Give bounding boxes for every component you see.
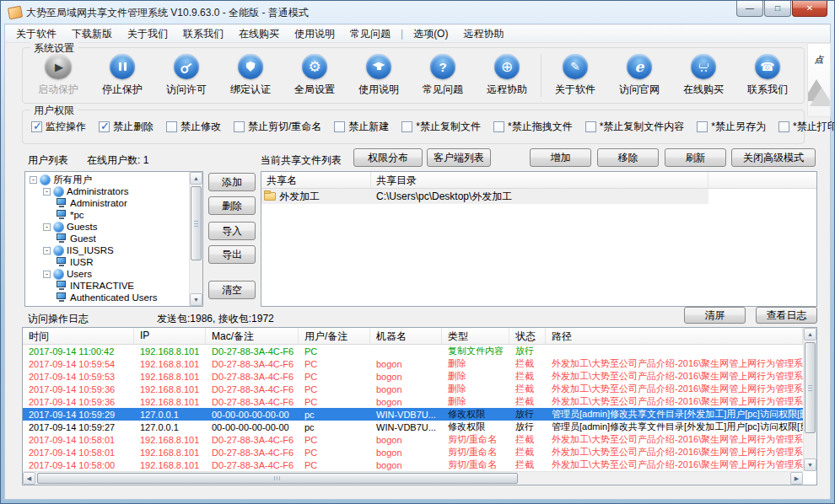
log-row[interactable]: 2017-09-14 10:59:29127.0.0.100-00-00-00-… xyxy=(23,408,803,421)
toolbar-item[interactable]: ⚙全局设置 xyxy=(283,54,347,97)
tree-item[interactable]: -IIS_IUSRS xyxy=(26,244,188,256)
menu-item[interactable]: 选项(O) xyxy=(406,25,455,43)
toolbar-item[interactable]: 停止保护 xyxy=(90,54,154,97)
toolbar-item[interactable]: e访问官网 xyxy=(607,54,671,97)
log-column-header[interactable]: 路径 xyxy=(546,328,803,344)
export-button[interactable]: 导出 xyxy=(208,245,256,264)
menu-item[interactable]: 联系我们 xyxy=(175,25,231,43)
delete-user-button[interactable]: 删除 xyxy=(208,196,256,215)
client-list-button[interactable]: 客户端列表 xyxy=(427,148,491,167)
clear-screen-button[interactable]: 清屏 xyxy=(684,307,746,324)
close-button[interactable]: ✕ xyxy=(792,1,827,17)
tree-item[interactable]: Guest xyxy=(26,233,188,244)
permission-checkbox[interactable]: *禁止复制文件 xyxy=(401,120,481,134)
share-row[interactable]: 外发加工C:\Users\pc\Desktop\外发加工 xyxy=(261,189,816,204)
log-column-header[interactable]: 机器名 xyxy=(370,328,442,344)
toolbar-item[interactable]: ✎关于软件 xyxy=(543,54,607,97)
tree-item[interactable]: INTERACTIVE xyxy=(26,280,188,292)
log-row[interactable]: 2017-09-14 11:00:42192.168.8.101D0-27-88… xyxy=(23,345,803,357)
toolbar-item[interactable]: ☎联系我们 xyxy=(735,54,800,97)
permission-checkbox[interactable]: 禁止剪切/重命名 xyxy=(234,120,321,134)
unchecked-checkbox-icon[interactable] xyxy=(697,121,708,132)
collapse-expander-icon[interactable]: - xyxy=(43,188,51,196)
log-row[interactable]: 2017-09-14 10:59:54192.168.8.101D0-27-88… xyxy=(23,357,803,370)
minimize-button[interactable]: — xyxy=(736,1,763,17)
permission-checkbox[interactable]: 禁止删除 xyxy=(99,120,154,134)
menu-item[interactable]: 常见问题 xyxy=(342,25,398,43)
menu-item[interactable]: 远程协助 xyxy=(455,25,511,43)
scroll-right-icon[interactable]: ▶ xyxy=(790,472,803,485)
toolbar-item[interactable]: 在线购买 xyxy=(671,54,735,97)
log-row[interactable]: 2017-09-14 10:59:36192.168.8.101D0-27-88… xyxy=(23,383,803,395)
log-vertical-scrollbar[interactable]: ▲ ▼ xyxy=(803,328,816,471)
scroll-up-icon[interactable]: ▲ xyxy=(804,328,816,340)
view-log-button[interactable]: 查看日志 xyxy=(756,307,817,324)
checked-checkbox-icon[interactable] xyxy=(99,121,110,132)
permission-checkbox[interactable]: 监控操作 xyxy=(31,120,86,134)
log-row[interactable]: 2017-09-14 10:58:00192.168.8.101D0-27-88… xyxy=(23,458,803,471)
menu-item[interactable]: 在线购买 xyxy=(231,25,287,43)
log-hscroll-thumb[interactable] xyxy=(37,473,518,484)
add-share-button[interactable]: 增加 xyxy=(530,148,591,167)
permission-checkbox[interactable]: *禁止另存为 xyxy=(697,120,766,134)
maximize-button[interactable]: □ xyxy=(764,1,791,17)
collapse-expander-icon[interactable]: - xyxy=(43,271,51,278)
log-column-header[interactable]: Mac/备注 xyxy=(206,328,299,344)
remove-share-button[interactable]: 移除 xyxy=(597,148,659,167)
scroll-up-icon[interactable]: ▲ xyxy=(190,172,202,185)
tree-item[interactable]: IUSR xyxy=(26,256,188,268)
tree-item[interactable]: -Guests xyxy=(26,221,188,233)
unchecked-checkbox-icon[interactable] xyxy=(778,121,789,132)
menu-item[interactable]: 关于软件 xyxy=(8,25,64,43)
unchecked-checkbox-icon[interactable] xyxy=(585,121,596,132)
toolbar-item[interactable]: ?常见问题 xyxy=(411,54,475,97)
toolbar-item[interactable]: 绑定认证 xyxy=(218,54,283,97)
unchecked-checkbox-icon[interactable] xyxy=(334,121,345,132)
tree-item[interactable]: -所有用户 xyxy=(26,174,188,185)
permission-checkbox[interactable]: 禁止修改 xyxy=(166,120,221,134)
tree-scroll-thumb[interactable] xyxy=(191,186,202,260)
log-row[interactable]: 2017-09-14 10:58:01192.168.8.101D0-27-88… xyxy=(23,433,803,446)
checked-checkbox-icon[interactable] xyxy=(31,121,42,132)
log-row[interactable]: 2017-09-14 10:58:01192.168.8.101D0-27-88… xyxy=(23,446,803,458)
close-advanced-mode-button[interactable]: 关闭高级模式 xyxy=(731,148,816,167)
log-row[interactable]: 2017-09-14 10:59:36192.168.8.101D0-27-88… xyxy=(23,395,803,408)
scroll-down-icon[interactable]: ▼ xyxy=(804,458,816,471)
menu-item[interactable]: 关于我们 xyxy=(120,25,175,43)
clear-button[interactable]: 清空 xyxy=(208,281,256,299)
log-row[interactable]: 2017-09-14 10:59:53192.168.8.101D0-27-88… xyxy=(23,370,803,383)
permission-checkbox[interactable]: *禁止拖拽文件 xyxy=(493,120,573,134)
toolbar-item[interactable]: ▶启动保护 xyxy=(26,54,90,97)
share-name-column-header[interactable]: 共享名 xyxy=(261,172,371,188)
log-column-header[interactable]: IP xyxy=(134,328,206,344)
perm-distribution-button[interactable]: 权限分布 xyxy=(353,148,423,167)
log-column-header[interactable]: 类型 xyxy=(442,328,509,344)
toolbar-item[interactable]: ⊕远程协助 xyxy=(475,54,539,97)
toolbar-item[interactable]: 使用说明 xyxy=(347,54,411,97)
log-column-header[interactable]: 时间 xyxy=(23,328,134,344)
unchecked-checkbox-icon[interactable] xyxy=(166,121,177,132)
tree-item[interactable]: Administrator xyxy=(26,197,188,209)
tree-item[interactable]: -Administrators xyxy=(26,185,188,197)
permission-checkbox[interactable]: *禁止打印 xyxy=(778,120,835,134)
collapse-expander-icon[interactable]: - xyxy=(43,247,51,255)
tree-scrollbar[interactable]: ▲ ▼ xyxy=(189,172,202,306)
add-user-button[interactable]: 添加 xyxy=(208,173,256,191)
tree-item[interactable]: Authenticated Users xyxy=(26,292,188,303)
toolbar-item[interactable]: 访问许可 xyxy=(154,54,218,97)
unchecked-checkbox-icon[interactable] xyxy=(493,121,504,132)
tree-item[interactable]: *pc xyxy=(26,209,188,221)
menu-item[interactable]: 使用说明 xyxy=(287,25,342,43)
menu-item[interactable]: 下载新版 xyxy=(64,25,120,43)
share-dir-column-header[interactable]: 共享目录 xyxy=(371,172,708,188)
log-scroll-thumb[interactable] xyxy=(805,342,816,433)
import-button[interactable]: 导入 xyxy=(208,222,256,240)
log-row[interactable]: 2017-09-14 10:59:27127.0.0.100-00-00-00-… xyxy=(23,421,803,433)
refresh-button[interactable]: 刷新 xyxy=(665,148,726,167)
permission-checkbox[interactable]: 禁止新建 xyxy=(334,120,389,134)
log-horizontal-scrollbar[interactable]: ◀ ▶ xyxy=(23,471,803,485)
unchecked-checkbox-icon[interactable] xyxy=(401,121,412,132)
scroll-left-icon[interactable]: ◀ xyxy=(23,472,35,485)
collapse-expander-icon[interactable]: - xyxy=(30,176,37,184)
log-column-header[interactable]: 用户/备注 xyxy=(299,328,370,344)
